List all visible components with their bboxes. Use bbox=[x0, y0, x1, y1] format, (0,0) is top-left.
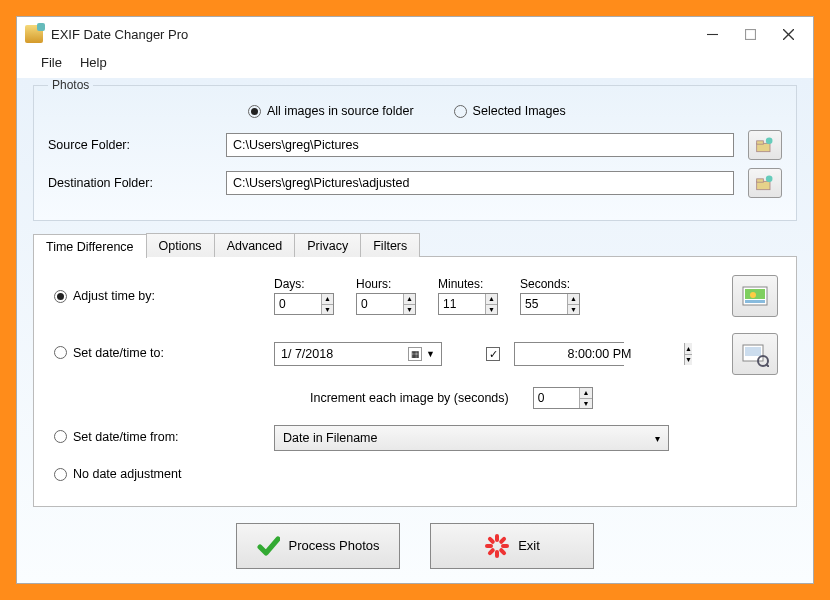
photos-group: Photos All images in source folder Selec… bbox=[33, 78, 797, 221]
minutes-label: Minutes: bbox=[438, 277, 498, 291]
date-input[interactable]: 1/ 7/2018 ▦▼ bbox=[274, 342, 442, 366]
tab-panel: Adjust time by: Days: ▲▼ Hours: ▲▼ Minut… bbox=[33, 256, 797, 507]
radio-selected-images[interactable]: Selected Images bbox=[454, 104, 566, 118]
close-button[interactable] bbox=[781, 27, 795, 41]
hours-spinner[interactable]: ▲▼ bbox=[356, 293, 416, 315]
radio-no-adjustment[interactable]: No date adjustment bbox=[54, 467, 181, 481]
svg-rect-22 bbox=[495, 550, 499, 558]
radio-all-images[interactable]: All images in source folder bbox=[248, 104, 414, 118]
process-photos-button[interactable]: Process Photos bbox=[236, 523, 400, 569]
seconds-label: Seconds: bbox=[520, 277, 580, 291]
tab-options[interactable]: Options bbox=[146, 233, 215, 257]
preview-setto-button[interactable] bbox=[732, 333, 778, 375]
svg-rect-25 bbox=[487, 536, 495, 544]
days-spinner[interactable]: ▲▼ bbox=[274, 293, 334, 315]
hours-label: Hours: bbox=[356, 277, 416, 291]
tab-filters[interactable]: Filters bbox=[360, 233, 420, 257]
dest-folder-input[interactable] bbox=[226, 171, 734, 195]
svg-rect-21 bbox=[499, 547, 507, 555]
source-folder-input[interactable] bbox=[226, 133, 734, 157]
increment-label: Increment each image by (seconds) bbox=[310, 391, 509, 405]
preview-adjust-button[interactable] bbox=[732, 275, 778, 317]
svg-line-17 bbox=[766, 364, 769, 367]
app-window: EXIF Date Changer Pro File Help Photos A… bbox=[16, 16, 814, 584]
menu-file[interactable]: File bbox=[41, 55, 62, 70]
svg-rect-19 bbox=[499, 536, 507, 544]
time-input[interactable]: ▲▼ bbox=[514, 342, 624, 366]
svg-point-6 bbox=[766, 138, 773, 145]
photos-legend: Photos bbox=[48, 78, 93, 92]
svg-point-12 bbox=[750, 292, 756, 298]
browse-dest-button[interactable] bbox=[748, 168, 782, 198]
svg-rect-18 bbox=[495, 534, 499, 542]
exit-button[interactable]: Exit bbox=[430, 523, 594, 569]
app-icon bbox=[25, 25, 43, 43]
dest-folder-label: Destination Folder: bbox=[48, 176, 218, 190]
svg-rect-15 bbox=[745, 347, 761, 356]
svg-rect-20 bbox=[501, 544, 509, 548]
tab-privacy[interactable]: Privacy bbox=[294, 233, 361, 257]
source-folder-label: Source Folder: bbox=[48, 138, 218, 152]
tab-strip: Time Difference Options Advanced Privacy… bbox=[33, 233, 797, 257]
days-label: Days: bbox=[274, 277, 334, 291]
minutes-spinner[interactable]: ▲▼ bbox=[438, 293, 498, 315]
svg-rect-24 bbox=[485, 544, 493, 548]
svg-rect-8 bbox=[757, 179, 764, 182]
tab-advanced[interactable]: Advanced bbox=[214, 233, 296, 257]
radio-set-date-time-from[interactable]: Set date/time from: bbox=[54, 430, 179, 444]
seconds-spinner[interactable]: ▲▼ bbox=[520, 293, 580, 315]
minimize-button[interactable] bbox=[705, 27, 719, 41]
menubar: File Help bbox=[17, 51, 813, 78]
radio-adjust-time[interactable]: Adjust time by: bbox=[54, 289, 155, 303]
maximize-button[interactable] bbox=[743, 27, 757, 41]
radio-set-date-time-to[interactable]: Set date/time to: bbox=[54, 346, 164, 360]
time-enabled-checkbox[interactable]: ✓ bbox=[486, 347, 500, 361]
svg-rect-1 bbox=[745, 29, 755, 39]
window-title: EXIF Date Changer Pro bbox=[51, 27, 705, 42]
browse-source-button[interactable] bbox=[748, 130, 782, 160]
svg-point-9 bbox=[766, 176, 773, 183]
titlebar: EXIF Date Changer Pro bbox=[17, 17, 813, 51]
svg-rect-5 bbox=[757, 141, 764, 144]
date-dropdown-icon[interactable]: ▼ bbox=[426, 349, 435, 359]
increment-spinner[interactable]: ▲▼ bbox=[533, 387, 593, 409]
tab-time-difference[interactable]: Time Difference bbox=[33, 234, 147, 258]
svg-rect-13 bbox=[745, 300, 765, 303]
set-from-dropdown[interactable]: Date in Filename ▾ bbox=[274, 425, 669, 451]
svg-rect-23 bbox=[487, 547, 495, 555]
menu-help[interactable]: Help bbox=[80, 55, 107, 70]
calendar-icon[interactable]: ▦ bbox=[408, 347, 422, 361]
chevron-down-icon: ▾ bbox=[655, 433, 660, 444]
